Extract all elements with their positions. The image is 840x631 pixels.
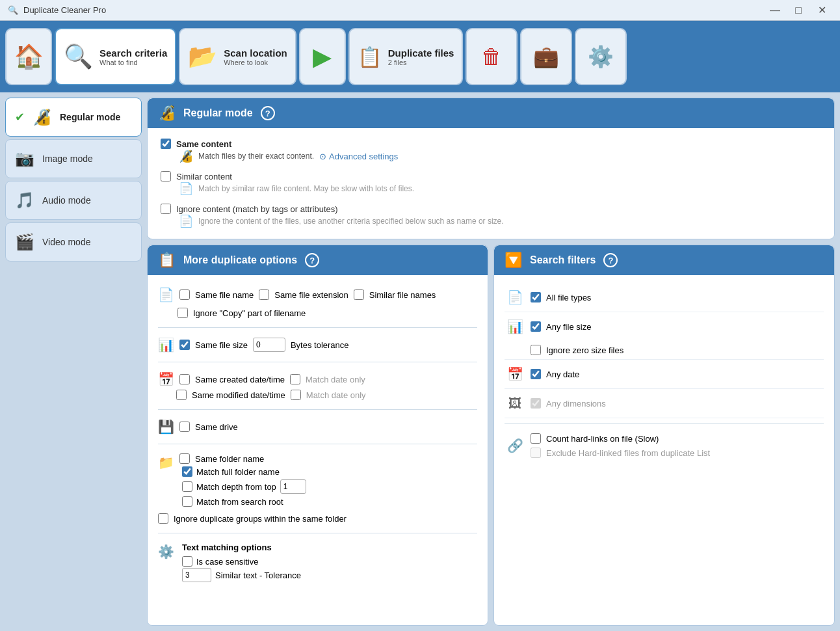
text-tolerance-input[interactable] <box>182 568 211 582</box>
folder-section: 📁 Same folder name Match full folder nam… <box>158 450 477 511</box>
folder-options: Same folder name Match full folder name … <box>179 453 306 507</box>
same-folder-name-checkbox[interactable] <box>179 453 190 464</box>
exclude-hard-links-row: Exclude Hard-linked files from duplicate… <box>531 448 710 458</box>
same-modified-label: Same modified date/time <box>192 390 285 400</box>
toolbar-home-button[interactable]: 🏠 <box>5 28 52 85</box>
maximize-button[interactable]: □ <box>788 3 809 18</box>
hard-links-section-inner: 🔗 Count hard-links on file (Slow) Exclud… <box>505 433 824 458</box>
advanced-settings-button[interactable]: ⊙ Advanced settings <box>319 152 398 161</box>
toolbar-search-button[interactable]: 🔍 Search criteria What to find <box>55 28 176 85</box>
mode-help-button[interactable]: ? <box>261 106 275 120</box>
toolbar-brief-button[interactable]: 💼 <box>520 28 572 85</box>
file-name-section: 📄 Same file name Same file extension Sim… <box>158 283 477 306</box>
toolbar-run-button[interactable]: ▶ <box>299 28 346 85</box>
similar-file-names-label: Similar file names <box>369 290 436 300</box>
mode-header-icon: 🔏 <box>158 105 176 122</box>
same-content-checkbox[interactable] <box>161 139 171 149</box>
video-icon: 🎬 <box>15 233 34 251</box>
similar-content-row: Similar content <box>161 171 821 181</box>
dup-options-panel: 📋 More duplicate options ? 📄 Same file n… <box>147 245 488 626</box>
text-matching-label: Text matching options <box>182 543 301 552</box>
match-full-folder-checkbox[interactable] <box>182 466 192 477</box>
file-size-section: 📊 Same file size Bytes tolerance <box>158 333 477 356</box>
same-modified-checkbox[interactable] <box>176 390 187 400</box>
divider-1 <box>158 327 477 328</box>
search-filters-help-button[interactable]: ? <box>603 253 618 267</box>
sidebar-item-audio[interactable]: 🎵 Audio mode <box>5 181 142 220</box>
ignore-content-checkbox[interactable] <box>161 204 171 214</box>
calendar-icon: 📅 <box>158 371 174 387</box>
hard-links-options: Count hard-links on file (Slow) Exclude … <box>531 433 710 458</box>
text-matching-section: ⚙️ Text matching options Is case sensiti… <box>158 539 477 586</box>
same-file-name-checkbox[interactable] <box>179 289 190 300</box>
home-icon: 🏠 <box>14 43 44 70</box>
same-content-label: Same content <box>176 139 231 149</box>
sidebar-item-regular[interactable]: ✔ 🔏 Regular mode <box>5 98 142 137</box>
bytes-tolerance-input[interactable] <box>253 338 285 352</box>
count-hard-links-checkbox[interactable] <box>531 433 541 444</box>
similar-file-names-checkbox[interactable] <box>354 289 364 300</box>
same-content-sub: 🔏 Match files by their exact content. ⊙ … <box>161 149 821 163</box>
ignore-content-sub-text: Ignore the content of the files, use ano… <box>198 217 504 226</box>
match-from-root-checkbox[interactable] <box>182 496 192 507</box>
sidebar-item-video[interactable]: 🎬 Video mode <box>5 222 142 262</box>
date-filter: 📅 Any date <box>505 360 824 389</box>
match-date-only-1-checkbox[interactable] <box>290 374 300 384</box>
ignore-zero-size-checkbox[interactable] <box>531 345 541 355</box>
match-depth-checkbox[interactable] <box>182 481 192 492</box>
same-file-size-checkbox[interactable] <box>179 340 190 350</box>
case-sensitive-checkbox[interactable] <box>182 556 192 567</box>
any-file-size-checkbox[interactable] <box>531 321 541 332</box>
same-content-section: Same content 🔏 Match files by their exac… <box>161 139 821 163</box>
app-title: Duplicate Cleaner Pro <box>23 5 765 15</box>
any-dimensions-checkbox[interactable] <box>531 398 541 409</box>
dates-section: 📅 Same created date/time Match date only… <box>158 368 477 404</box>
toolbar-scan-button[interactable]: 📂 Scan location Where to look <box>179 28 296 85</box>
similar-content-checkbox[interactable] <box>161 171 171 181</box>
ignore-groups-label: Ignore duplicate groups within the same … <box>174 514 347 524</box>
divider-3 <box>158 409 477 410</box>
match-full-row: Match full folder name <box>179 466 306 477</box>
ignore-content-section: Ignore content (match by tags or attribu… <box>161 204 821 228</box>
divider-4 <box>158 444 477 444</box>
close-button[interactable]: ✕ <box>811 3 832 18</box>
ignore-groups-row: Ignore duplicate groups within the same … <box>158 511 477 528</box>
match-date-only-2-checkbox[interactable] <box>291 390 301 400</box>
ignore-copy-row: Ignore "Copy" part of filename <box>158 306 477 322</box>
any-date-checkbox[interactable] <box>531 369 541 379</box>
dup-options-help-button[interactable]: ? <box>305 253 319 267</box>
file-size-row: 📊 Any file size <box>505 316 591 337</box>
depth-value-input[interactable] <box>280 479 306 494</box>
minimize-button[interactable]: — <box>765 3 785 18</box>
actions-icon: 🗑 <box>481 45 502 69</box>
divider-2 <box>158 362 477 362</box>
same-created-checkbox[interactable] <box>179 374 190 384</box>
match-depth-row: Match depth from top <box>179 479 306 494</box>
match-from-root-label: Match from search root <box>196 497 283 507</box>
sidebar-image-label: Image mode <box>42 154 93 164</box>
same-file-ext-checkbox[interactable] <box>259 289 269 300</box>
toolbar-duplicates-button[interactable]: 📋 Duplicate files 2 files <box>348 28 464 85</box>
hard-links-section: 🔗 Count hard-links on file (Slow) Exclud… <box>505 429 824 462</box>
all-file-types-checkbox[interactable] <box>531 292 541 302</box>
same-drive-checkbox[interactable] <box>179 422 190 432</box>
exclude-hard-links-checkbox[interactable] <box>531 448 541 458</box>
match-depth-label: Match depth from top <box>196 482 276 492</box>
ignore-zero-row: Ignore zero size files <box>505 345 623 355</box>
created-date-row: 📅 Same created date/time Match date only <box>158 371 477 387</box>
ignore-copy-label: Ignore "Copy" part of filename <box>193 308 306 318</box>
scan-label-group: Scan location Where to look <box>224 47 287 66</box>
ignore-copy-checkbox[interactable] <box>177 308 188 318</box>
advanced-settings-label: Advanced settings <box>329 152 398 161</box>
sidebar-item-image[interactable]: 📷 Image mode <box>5 139 142 178</box>
toolbar-actions-button[interactable]: 🗑 <box>466 28 518 85</box>
dup-main-label: Duplicate files <box>388 47 454 59</box>
any-date-label: Any date <box>546 369 579 379</box>
scan-sub-label: Where to look <box>224 59 268 66</box>
ignore-groups-checkbox[interactable] <box>158 513 168 524</box>
duplicates-icon: 📋 <box>358 46 382 68</box>
toolbar-settings-button[interactable]: ⚙️ <box>575 28 627 85</box>
dup-sub-label: 2 files <box>388 59 407 66</box>
search-filters-body: 📄 All file types 📊 Any file size <box>494 275 834 625</box>
similar-content-sub: 📄 Match by similar raw file content. May… <box>161 181 821 196</box>
